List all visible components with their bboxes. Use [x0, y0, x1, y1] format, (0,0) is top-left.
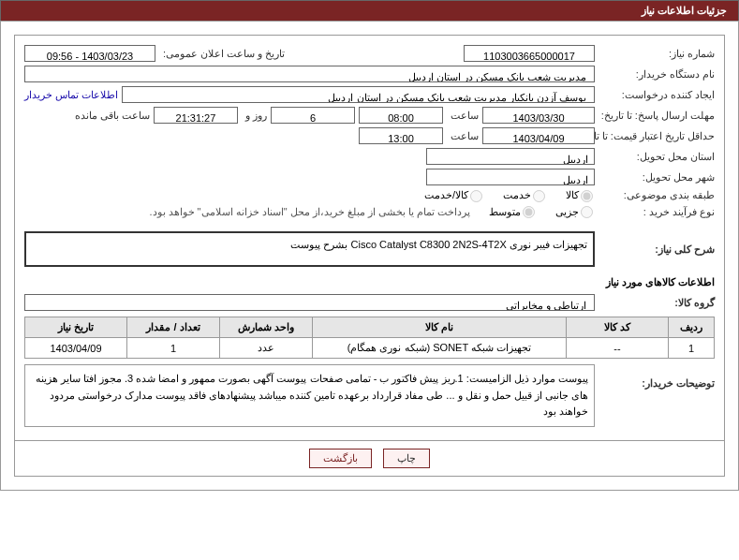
announce-label: تاریخ و ساعت اعلان عمومی: [159, 48, 285, 60]
countdown-time: 21:31:27 [154, 107, 238, 124]
purchase-type-label: نوع فرآیند خرید : [599, 206, 715, 218]
hour-label-2: ساعت [447, 130, 479, 142]
requester-value: یوسف آزدن یانکیار مدیریت شعب بانک مسکن د… [122, 86, 595, 103]
table-row: 1 -- تجهیزات شبکه SONET (شبکه نوری همگام… [25, 338, 715, 359]
remaining-label: ساعت باقی مانده [71, 110, 150, 122]
overall-label: شرح کلی نیاز: [599, 243, 715, 256]
buyer-label: نام دستگاه خریدار: [599, 68, 715, 81]
cell-name: تجهیزات شبکه SONET (شبکه نوری همگام) [313, 338, 567, 359]
province-label: استان محل تحویل: [599, 151, 715, 163]
th-idx: ردیف [669, 317, 715, 338]
category-label: طبقه بندی موضوعی: [599, 189, 715, 201]
deadline-resp-label: مهلت ارسال پاسخ: تا تاریخ: [599, 110, 715, 122]
requester-label: ایجاد کننده درخواست: [599, 89, 715, 101]
cat-opt-both[interactable]: کالا/خدمت [424, 189, 484, 202]
cell-idx: 1 [669, 338, 715, 359]
need-no-value: 1103003665000017 [464, 45, 595, 62]
th-date: تاریخ نیاز [25, 317, 127, 338]
validity-date: 1403/04/09 [482, 127, 595, 144]
and-label: روز و [242, 110, 267, 122]
form-panel: شماره نیاز: 1103003665000017 تاریخ و ساع… [14, 35, 725, 441]
group-value: ارتباطی و مخابراتی [24, 294, 595, 311]
explain-label: توضیحات خریدار: [599, 364, 715, 390]
ptype-opt-minor[interactable]: جزیی [555, 206, 595, 219]
explain-value: پیوست موارد ذیل الزامیست: 1.ریز پیش فاکت… [24, 364, 595, 427]
deadline-resp-date: 1403/03/30 [482, 107, 595, 124]
cat-opt-goods[interactable]: کالا [566, 189, 595, 202]
th-qty: تعداد / مقدار [127, 317, 220, 338]
deadline-resp-time: 08:00 [359, 107, 443, 124]
th-unit: واحد شمارش [220, 317, 313, 338]
cat-opt-service[interactable]: خدمت [503, 189, 547, 202]
need-no-label: شماره نیاز: [599, 48, 715, 60]
ptype-opt-medium[interactable]: متوسط [489, 206, 537, 219]
cell-unit: عدد [220, 338, 313, 359]
page-title: جزئیات اطلاعات نیاز [0, 0, 739, 21]
back-button[interactable]: بازگشت [309, 449, 372, 468]
goods-table: ردیف کد کالا نام کالا واحد شمارش تعداد /… [24, 317, 715, 359]
days-remaining: 6 [271, 107, 355, 124]
city-label: شهر محل تحویل: [599, 171, 715, 184]
city-value: اردبیل [426, 169, 595, 185]
overall-value: تجهیزات فیبر نوری Cisco Catalyst C8300 2… [24, 231, 595, 267]
ptype-note: پرداخت تمام یا بخشی از مبلغ خرید،از محل … [149, 206, 470, 218]
print-button[interactable]: چاپ [383, 449, 430, 468]
buyer-value: مدیریت شعب بانک مسکن در استان اردبیل [24, 66, 595, 82]
group-label: گروه کالا: [599, 297, 715, 309]
goods-section-title: اطلاعات کالاهای مورد نیاز [24, 276, 715, 288]
cell-code: -- [567, 338, 669, 359]
validity-label: حداقل تاریخ اعتبار قیمت: تا تاریخ: [599, 130, 715, 142]
cell-date: 1403/04/09 [25, 338, 127, 359]
province-value: اردبیل [426, 148, 595, 165]
cell-qty: 1 [127, 338, 220, 359]
th-code: کد کالا [567, 317, 669, 338]
hour-label-1: ساعت [447, 110, 479, 122]
button-row: چاپ بازگشت [14, 441, 725, 477]
contact-buyer-link[interactable]: اطلاعات تماس خریدار [24, 89, 118, 101]
announce-value: 1403/03/23 - 09:56 [24, 45, 155, 62]
validity-time: 13:00 [359, 127, 443, 144]
th-name: نام کالا [313, 317, 567, 338]
